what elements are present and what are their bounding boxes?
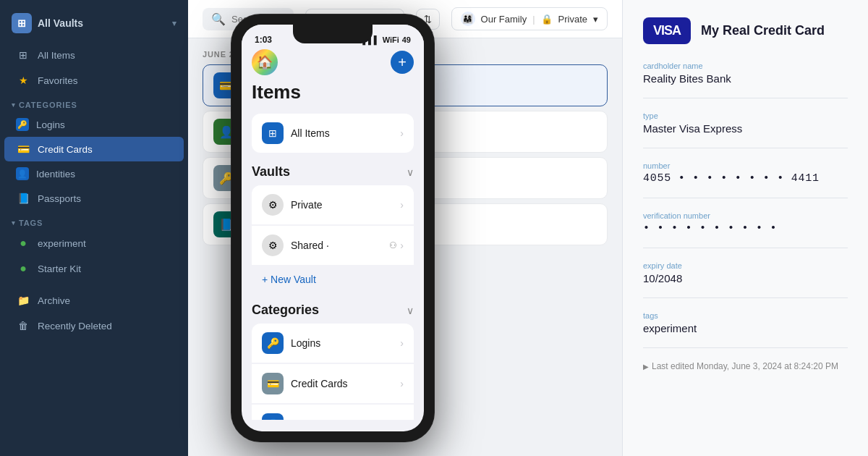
- divider-1: [643, 98, 848, 98]
- sidebar-item-passports[interactable]: 📘 Passports: [4, 186, 184, 211]
- sidebar-item-label-identities: Identities: [36, 169, 75, 180]
- last-edited[interactable]: ▶ Last edited Monday, June 3, 2024 at 8:…: [643, 361, 848, 371]
- phone-identities-icon: 👤: [262, 413, 284, 420]
- phone-new-vault[interactable]: + New Vault: [252, 266, 414, 292]
- archive-icon: 📁: [16, 293, 30, 308]
- phone-vault-shared[interactable]: ⚙ Shared · ⚇ ›: [252, 226, 414, 265]
- phone-top-row: 🏠 +: [252, 49, 414, 75]
- battery-icon: 49: [402, 35, 411, 44]
- phone-vault-private[interactable]: ⚙ Private ›: [252, 185, 414, 224]
- divider-3: [643, 198, 848, 198]
- phone-overlay: 1:03 ▌▌▌ WiFi 49 🏠 + Items: [231, 14, 434, 442]
- vault-private-label: Private: [558, 14, 587, 25]
- number-label: number: [643, 161, 848, 170]
- detail-verification: verification number • • • • • • • • • •: [643, 211, 848, 235]
- phone-private-label: Private: [291, 199, 323, 211]
- phone-all-items[interactable]: ⊞ All Items ›: [252, 114, 414, 153]
- tags-section: ▾ TAGS: [0, 211, 188, 230]
- number-value: 4055 • • • • • • • • 4411: [643, 172, 848, 185]
- phone-add-button[interactable]: +: [391, 51, 414, 74]
- detail-header: VISA My Real Credit Card: [643, 17, 848, 44]
- divider-5: [643, 297, 848, 298]
- last-edited-chevron: ▶: [643, 363, 649, 371]
- phone-content: 🏠 + Items ⊞ All Items › Vaults: [242, 49, 424, 420]
- phone-logins[interactable]: 🔑 Logins ›: [252, 324, 414, 363]
- phone-title: Items: [252, 81, 414, 104]
- our-family-icon: 👨‍👩‍👧: [461, 12, 475, 26]
- experiment-tag-icon: ●: [16, 236, 30, 250]
- detail-type: type Master Visa Express: [643, 111, 848, 135]
- sidebar-item-label-experiment: experiment: [38, 238, 86, 249]
- phone-identities-label: Identities: [291, 418, 331, 420]
- recently-deleted-icon: 🗑: [16, 318, 30, 333]
- expiry-label: expiry date: [643, 261, 848, 270]
- vault-lock-icon: 🔒: [541, 14, 553, 25]
- phone-all-items-label: All Items: [291, 127, 330, 139]
- sidebar-item-label-all-items: All Items: [38, 50, 75, 61]
- sidebar-item-archive[interactable]: 📁 Archive: [4, 288, 184, 313]
- phone-shared-label: Shared ·: [291, 240, 329, 251]
- phone-credit-cards-chevron: ›: [400, 378, 404, 389]
- credit-cards-icon: 💳: [16, 142, 30, 156]
- phone-all-items-chevron: ›: [400, 127, 404, 139]
- vault-header[interactable]: ⊞ All Vaults ▾: [0, 7, 188, 42]
- wifi-icon: WiFi: [383, 35, 399, 44]
- phone-private-icon: ⚙: [262, 194, 284, 216]
- sidebar-item-experiment[interactable]: ● experiment: [4, 231, 184, 256]
- sidebar: ⊞ All Vaults ▾ ⊞ All Items ★ Favorites ▾…: [0, 0, 188, 456]
- sidebar-item-favorites[interactable]: ★ Favorites: [4, 68, 184, 93]
- phone-private-chevron: ›: [400, 199, 404, 211]
- sidebar-item-label-credit-cards: Credit Cards: [38, 144, 93, 155]
- detail-number: number 4055 • • • • • • • • 4411: [643, 161, 848, 185]
- phone-categories-chevron: ∨: [407, 305, 414, 316]
- sidebar-item-identities[interactable]: 👤 Identities: [4, 162, 184, 185]
- vault-our-family-label: Our Family: [481, 14, 527, 25]
- sidebar-item-label-logins: Logins: [36, 119, 65, 130]
- sidebar-item-label-passports: Passports: [38, 193, 81, 204]
- starter-tag-icon: ●: [16, 261, 30, 276]
- all-items-icon: ⊞: [16, 48, 30, 62]
- sidebar-item-starter-kit[interactable]: ● Starter Kit: [4, 256, 184, 281]
- cardholder-value: Reality Bites Bank: [643, 72, 848, 85]
- detail-tags: tags experiment: [643, 311, 848, 334]
- detail-panel: VISA My Real Credit Card cardholder name…: [622, 0, 868, 456]
- divider-6: [643, 347, 848, 348]
- phone-avatar[interactable]: 🏠: [252, 49, 278, 75]
- detail-title: My Real Credit Card: [701, 23, 825, 39]
- verification-label: verification number: [643, 211, 848, 220]
- phone-vaults-section: Vaults ∨: [252, 154, 414, 185]
- phone-categories-section: Categories ∨: [252, 292, 414, 324]
- phone-vaults-title: Vaults: [252, 164, 290, 180]
- vault-selector[interactable]: 👨‍👩‍👧 Our Family | 🔒 Private ▾: [451, 7, 608, 30]
- tags-label: tags: [643, 311, 848, 320]
- phone-logins-icon: 🔑: [262, 332, 284, 354]
- sidebar-item-credit-cards[interactable]: 💳 Credit Cards: [4, 137, 184, 161]
- detail-expiry: expiry date 10/2048: [643, 261, 848, 284]
- phone-screen: 1:03 ▌▌▌ WiFi 49 🏠 + Items: [242, 25, 424, 431]
- vault-selector-chevron: ▾: [593, 14, 598, 25]
- phone-shared-chevron: ›: [400, 240, 404, 251]
- last-edited-text: Last edited Monday, June 3, 2024 at 8:24…: [652, 361, 838, 371]
- phone-time: 1:03: [255, 35, 272, 45]
- sidebar-item-label-starter: Starter Kit: [38, 263, 81, 274]
- vault-divider: |: [532, 14, 535, 25]
- sidebar-item-label-archive: Archive: [38, 295, 70, 306]
- visa-badge: VISA: [643, 17, 691, 44]
- phone-credit-cards[interactable]: 💳 Credit Cards ›: [252, 364, 414, 403]
- sidebar-item-all-items[interactable]: ⊞ All Items: [4, 43, 184, 67]
- vault-icon: ⊞: [12, 13, 32, 33]
- phone-identities[interactable]: 👤 Identities ›: [252, 405, 414, 420]
- phone-frame: 1:03 ▌▌▌ WiFi 49 🏠 + Items: [231, 14, 434, 442]
- favorites-icon: ★: [16, 73, 30, 88]
- vault-label: All Vaults: [38, 17, 83, 29]
- divider-2: [643, 148, 848, 148]
- phone-identities-chevron: ›: [400, 418, 404, 420]
- logins-icon: 🔑: [16, 118, 29, 131]
- sidebar-item-recently-deleted[interactable]: 🗑 Recently Deleted: [4, 313, 184, 338]
- tags-value: experiment: [643, 322, 848, 334]
- search-icon: 🔍: [211, 12, 226, 26]
- type-value: Master Visa Express: [643, 122, 848, 135]
- sidebar-item-logins[interactable]: 🔑 Logins: [4, 113, 184, 136]
- verification-value: • • • • • • • • • •: [643, 222, 848, 235]
- phone-categories-title: Categories: [252, 303, 319, 318]
